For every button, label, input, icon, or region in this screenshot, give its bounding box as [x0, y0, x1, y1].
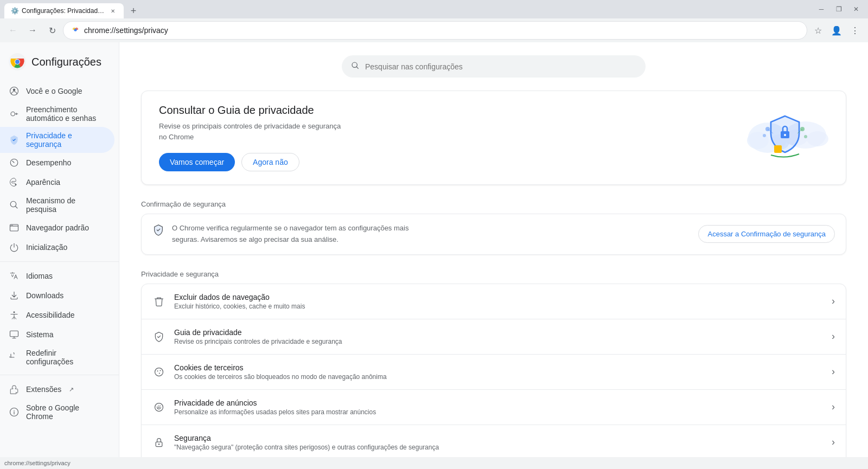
list-item-clear-data[interactable]: Excluir dados de navegação Excluir histó… [142, 284, 846, 319]
sidebar-item-system[interactable]: Sistema [0, 325, 114, 344]
sidebar-item-label-privacy: Privacidade e segurança [26, 131, 106, 149]
nav-actions: ☆ 👤 ⋮ [809, 22, 864, 39]
arrow-icon-security: › [832, 436, 835, 448]
sidebar-item-label-reset: Redefinir configurações [26, 349, 106, 366]
window-controls: ─ ❐ ✕ [814, 2, 864, 17]
security-description: O Chrome verifica regularmente se o nave… [172, 223, 432, 246]
sidebar-item-startup[interactable]: Inicialização [0, 237, 114, 257]
promo-card: Consultar o Guia de privacidade Revise o… [141, 91, 846, 185]
promo-card-desc: Revise os principais controles de privac… [159, 121, 343, 142]
search-icon-settings [351, 61, 360, 72]
svg-point-13 [11, 225, 12, 226]
browser-icon [9, 222, 20, 233]
active-tab[interactable]: ⚙️ Configurações: Privacidade e se ✕ [4, 3, 124, 18]
sidebar-logo: Configurações [0, 49, 119, 81]
chrome-icon [71, 25, 80, 36]
svg-point-14 [12, 225, 13, 226]
tab-close-button[interactable]: ✕ [108, 7, 117, 15]
search-icon [9, 200, 20, 210]
sidebar-item-label-system: Sistema [26, 330, 54, 339]
list-item-title-ad: Privacidade de anúncios [174, 399, 823, 407]
sidebar-item-accessibility[interactable]: Acessibilidade [0, 305, 114, 325]
sidebar-item-autofill[interactable]: Preenchimento automático e senhas [0, 101, 114, 127]
sidebar-item-label-search: Mecanismo de pesquisa [26, 196, 106, 214]
profile-button[interactable]: 👤 [828, 22, 845, 39]
list-item-desc-cookies: Os cookies de terceiros são bloqueados n… [174, 373, 823, 381]
sidebar-item-downloads[interactable]: Downloads [0, 286, 114, 305]
sidebar-item-about[interactable]: Sobre o Google Chrome [0, 399, 114, 425]
sidebar-item-performance[interactable]: Desempenho [0, 153, 114, 172]
svg-point-37 [160, 370, 161, 371]
sidebar-item-extensions[interactable]: Extensões ↗ [0, 380, 114, 399]
system-icon [9, 329, 20, 340]
maximize-button[interactable]: ❐ [831, 2, 846, 17]
shield-icon [9, 134, 20, 145]
list-item-title-clear: Excluir dados de navegação [174, 293, 823, 301]
get-started-button[interactable]: Vamos começar [159, 153, 235, 171]
svg-point-39 [158, 406, 160, 408]
svg-point-1 [74, 29, 76, 31]
reset-icon [9, 352, 20, 363]
not-now-button[interactable]: Agora não [241, 153, 299, 171]
menu-button[interactable]: ⋮ [846, 22, 864, 39]
list-item-desc-security: "Navegação segura" (proteção contra site… [174, 444, 823, 451]
sidebar-item-reset[interactable]: Redefinir configurações [0, 344, 114, 370]
search-input[interactable] [365, 62, 636, 71]
new-tab-button[interactable]: + [126, 3, 141, 18]
privacy-settings-list: Excluir dados de navegação Excluir histó… [141, 284, 846, 457]
sidebar-item-google[interactable]: Você e o Google [0, 81, 114, 101]
ad-icon [152, 401, 165, 414]
arrow-icon-clear: › [832, 295, 835, 307]
cookie-icon [152, 365, 165, 378]
external-link-icon: ↗ [69, 386, 74, 393]
shield-check-icon [152, 224, 164, 239]
arrow-icon-ad: › [832, 401, 835, 413]
list-item-title-security: Segurança [174, 434, 823, 442]
list-item-cookies[interactable]: Cookies de terceiros Os cookies de terce… [142, 355, 846, 390]
list-item-title-cookies: Cookies de terceiros [174, 363, 823, 372]
sidebar-item-search[interactable]: Mecanismo de pesquisa [0, 192, 114, 218]
sidebar-item-label-performance: Desempenho [26, 158, 71, 167]
address-bar[interactable]: chrome://settings/privacy [63, 21, 807, 40]
sidebar-item-label-appearance: Aparência [26, 178, 60, 187]
arrow-icon-cookies: › [832, 366, 835, 377]
sidebar-item-label-accessibility: Acessibilidade [26, 311, 75, 319]
promo-illustration [742, 105, 828, 170]
sidebar-item-label-extensions: Extensões [26, 385, 61, 394]
settings-search-box[interactable] [342, 55, 646, 78]
svg-point-35 [157, 370, 158, 371]
svg-point-29 [763, 134, 766, 137]
main-content: Consultar o Guia de privacidade Revise o… [119, 42, 868, 457]
sidebar-title: Configurações [31, 56, 101, 68]
list-item-privacy-guide[interactable]: Guia de privacidade Revise os principais… [142, 319, 846, 355]
reload-button[interactable]: ↻ [43, 22, 61, 39]
sidebar-divider-2 [0, 375, 119, 375]
svg-point-24 [807, 131, 828, 146]
back-button[interactable]: ← [4, 22, 22, 39]
sidebar-item-browser[interactable]: Navegador padrão [0, 218, 114, 237]
security-check-left: O Chrome verifica regularmente se o nave… [152, 223, 432, 246]
bookmark-button[interactable]: ☆ [809, 22, 827, 39]
list-item-desc-clear: Excluir histórico, cookies, cache e muit… [174, 303, 823, 310]
sidebar-item-appearance[interactable]: Aparência [0, 172, 114, 192]
address-text: chrome://settings/privacy [84, 26, 799, 35]
sidebar-item-languages[interactable]: Idiomas [0, 266, 114, 286]
minimize-button[interactable]: ─ [814, 2, 829, 17]
security-check-button[interactable]: Acessar a Confirmação de segurança [698, 225, 835, 243]
svg-point-41 [158, 444, 160, 445]
list-item-security[interactable]: Segurança "Navegação segura" (proteção c… [142, 425, 846, 457]
nav-bar: ← → ↻ chrome://settings/privacy ☆ 👤 ⋮ [0, 18, 868, 42]
forward-button[interactable]: → [24, 22, 41, 39]
svg-point-34 [155, 368, 163, 376]
svg-point-36 [159, 372, 160, 374]
svg-point-5 [15, 60, 20, 64]
arrow-icon-guide: › [832, 331, 835, 342]
delete-icon [152, 295, 165, 308]
sidebar-item-privacy[interactable]: Privacidade e segurança [0, 127, 114, 153]
list-item-ad-privacy[interactable]: Privacidade de anúncios Personalize as i… [142, 390, 846, 425]
power-icon [9, 242, 20, 253]
chrome-logo-icon [9, 53, 26, 70]
close-button[interactable]: ✕ [848, 2, 864, 17]
svg-point-26 [784, 134, 786, 136]
list-item-desc-guide: Revise os principais controles de privac… [174, 338, 823, 345]
